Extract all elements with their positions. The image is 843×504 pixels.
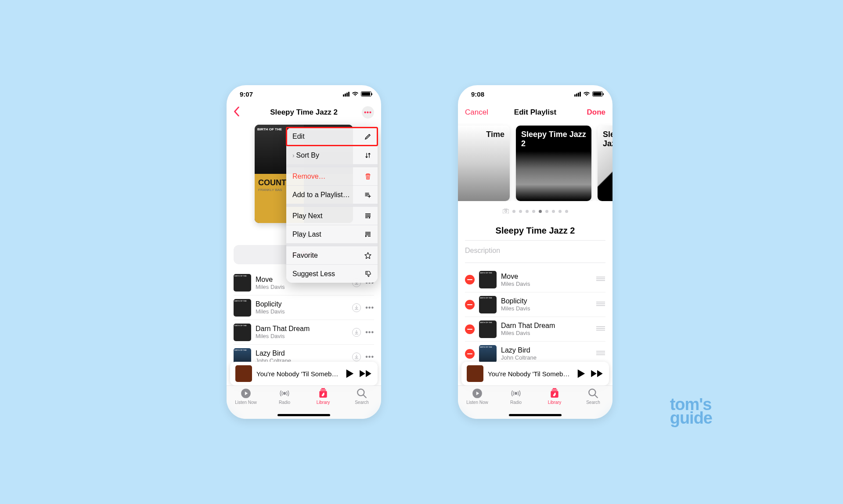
reorder-handle[interactable]: [596, 350, 605, 358]
menu-play-next[interactable]: Play Next: [286, 206, 378, 225]
svg-rect-10: [467, 329, 472, 330]
back-button[interactable]: [234, 107, 240, 118]
status-time: 9:08: [471, 90, 484, 98]
thumbs-down-icon: [364, 270, 371, 277]
song-list-editable: MoveMiles Davis BoplicityMiles Davis Dar…: [458, 267, 612, 366]
library-icon: [317, 388, 329, 399]
delete-button[interactable]: [465, 349, 475, 359]
svg-rect-9: [467, 304, 472, 305]
play-icon[interactable]: [345, 369, 355, 378]
cover-option[interactable]: Time: [458, 126, 510, 201]
song-more-button[interactable]: •••: [365, 304, 374, 312]
play-icon[interactable]: [576, 369, 586, 378]
home-indicator[interactable]: [277, 414, 330, 416]
radio-icon: [510, 388, 522, 399]
song-more-button[interactable]: •••: [365, 353, 374, 361]
battery-icon: [592, 91, 603, 97]
wifi-icon: [352, 91, 359, 97]
fast-forward-icon[interactable]: [591, 369, 604, 378]
menu-sort-by[interactable]: › Sort By: [286, 146, 378, 164]
camera-icon[interactable]: [503, 207, 509, 215]
star-icon: [364, 252, 371, 259]
cellular-icon: [574, 92, 581, 97]
status-bar: 9:07: [227, 85, 381, 103]
song-list: MoveMiles Davis ••• BoplicityMiles Davis…: [227, 270, 381, 369]
svg-rect-16: [553, 388, 557, 389]
svg-point-13: [515, 392, 518, 395]
song-row[interactable]: Darn That DreamMiles Davis •••: [234, 320, 374, 344]
playlist-add-icon: [364, 191, 371, 198]
download-icon[interactable]: [352, 328, 361, 337]
svg-point-1: [283, 392, 286, 395]
context-menu: Edit › Sort By Remove… Add to a Playlist…: [286, 127, 378, 283]
svg-point-7: [504, 210, 507, 212]
download-icon[interactable]: [352, 353, 361, 361]
menu-favorite[interactable]: Favorite: [286, 246, 378, 264]
cellular-icon: [343, 92, 349, 97]
play-next-icon: [364, 212, 371, 220]
delete-button[interactable]: [465, 275, 475, 284]
now-playing-bar[interactable]: You're Nobody 'Til Somebo…: [461, 362, 609, 385]
nav-title: Sleepy Time Jazz 2: [227, 108, 381, 117]
reorder-handle[interactable]: [596, 325, 605, 333]
cancel-button[interactable]: Cancel: [465, 108, 488, 117]
tab-search[interactable]: Search: [342, 388, 381, 419]
cover-art-carousel[interactable]: Time Sleepy Time Jazz 2 Sleepy T Jazz 2: [458, 122, 612, 201]
search-icon: [356, 388, 367, 399]
tab-listen-now[interactable]: Listen Now: [227, 388, 265, 419]
tab-search[interactable]: Search: [574, 388, 612, 419]
menu-suggest-less[interactable]: Suggest Less: [286, 264, 378, 283]
more-button[interactable]: •••: [362, 106, 374, 119]
delete-button[interactable]: [465, 300, 475, 310]
svg-rect-8: [467, 279, 472, 280]
svg-rect-11: [467, 353, 472, 354]
page-indicator: [458, 201, 612, 218]
play-circle-icon: [472, 388, 483, 399]
fast-forward-icon[interactable]: [359, 369, 372, 378]
nav-bar: Sleepy Time Jazz 2 •••: [227, 103, 381, 122]
now-playing-title: You're Nobody 'Til Somebo…: [488, 370, 572, 378]
menu-add-to-playlist[interactable]: Add to a Playlist…: [286, 185, 378, 204]
wifi-icon: [583, 91, 590, 97]
svg-rect-3: [321, 389, 326, 390]
song-row[interactable]: Darn That DreamMiles Davis: [465, 317, 605, 341]
phone-screenshot-edit-playlist: 9:08 Cancel Edit Playlist Done Time Slee…: [458, 85, 612, 419]
sort-icon: [364, 152, 371, 159]
song-row[interactable]: MoveMiles Davis: [465, 267, 605, 292]
reorder-handle[interactable]: [596, 276, 605, 284]
play-circle-icon: [240, 388, 252, 399]
menu-edit[interactable]: Edit: [286, 127, 378, 146]
song-row[interactable]: BoplicityMiles Davis: [465, 292, 605, 317]
menu-remove[interactable]: Remove…: [286, 167, 378, 185]
now-playing-title: You're Nobody 'Til Somebo…: [256, 370, 341, 378]
watermark-logo: tom's guide: [670, 398, 712, 425]
pencil-icon: [364, 133, 371, 140]
song-more-button[interactable]: •••: [365, 328, 374, 336]
home-indicator[interactable]: [509, 414, 562, 416]
playlist-description-input[interactable]: Description: [465, 242, 605, 263]
cover-option[interactable]: Sleepy T Jazz 2: [598, 126, 612, 201]
now-playing-art: [467, 365, 483, 382]
download-icon[interactable]: [352, 303, 361, 312]
playlist-name-input[interactable]: Sleepy Time Jazz 2: [465, 221, 605, 241]
menu-play-last[interactable]: Play Last: [286, 225, 378, 243]
now-playing-bar[interactable]: You're Nobody 'Til Somebo…: [230, 362, 378, 385]
now-playing-art: [235, 365, 252, 382]
radio-icon: [279, 388, 290, 399]
delete-button[interactable]: [465, 324, 475, 334]
battery-icon: [361, 91, 371, 97]
tab-listen-now[interactable]: Listen Now: [458, 388, 497, 419]
play-last-icon: [364, 231, 371, 238]
reorder-handle[interactable]: [596, 301, 605, 309]
nav-bar: Cancel Edit Playlist Done: [458, 103, 612, 122]
svg-rect-15: [552, 389, 558, 390]
song-row[interactable]: BoplicityMiles Davis •••: [234, 295, 374, 320]
phone-screenshot-playlist-menu: 9:07 Sleepy Time Jazz 2 ••• Sle P: [227, 85, 381, 419]
status-time: 9:07: [240, 90, 253, 98]
library-icon: [549, 388, 560, 399]
status-bar: 9:08: [458, 85, 612, 103]
trash-icon: [364, 173, 371, 180]
done-button[interactable]: Done: [587, 108, 606, 117]
cover-option-selected[interactable]: Sleepy Time Jazz 2: [516, 126, 591, 201]
svg-rect-4: [321, 388, 325, 389]
